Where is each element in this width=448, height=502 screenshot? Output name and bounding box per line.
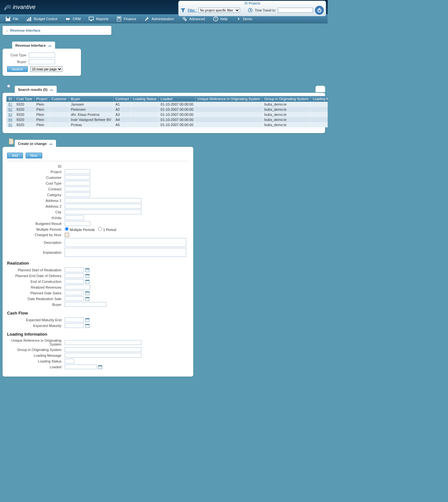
- nav-file[interactable]: File: [2, 15, 22, 23]
- one-period-radio[interactable]: [98, 227, 102, 231]
- table-cell: A5: [113, 122, 131, 127]
- table-cell: [131, 107, 158, 112]
- category-label: Category: [7, 193, 61, 197]
- breadcrumb: ⌂ Revenue Interface: [3, 26, 111, 35]
- project-label: Project: [7, 170, 61, 174]
- brand-logo: invantive: [3, 3, 36, 12]
- message-input[interactable]: [65, 353, 141, 358]
- power-button[interactable]: [315, 6, 324, 15]
- new-button[interactable]: New: [26, 153, 42, 158]
- units-input[interactable]: [65, 215, 84, 220]
- column-header[interactable]: Contract: [113, 96, 131, 102]
- city-input[interactable]: [65, 210, 141, 214]
- table-row[interactable]: 859320PleinProkasA501-10-2007 00:00:00bu…: [6, 122, 328, 127]
- svg-rect-24: [85, 274, 89, 275]
- calendar-icon[interactable]: [85, 279, 90, 284]
- calendar-icon[interactable]: [85, 323, 90, 328]
- date-realization-sale-label: Date Realization Sale: [7, 297, 61, 301]
- collapse-icon[interactable]: ︽: [49, 141, 53, 146]
- nav-crm[interactable]: CRM: [62, 15, 84, 23]
- column-header[interactable]: Buyer: [69, 96, 113, 102]
- planned-end-input[interactable]: [65, 273, 84, 278]
- expected-maturity-end-input[interactable]: [65, 317, 84, 322]
- table-cell: bubs_demo:ie: [262, 117, 311, 122]
- table-row[interactable]: 839320Pleindhr. Klaas PostmaA301-10-2007…: [6, 112, 328, 117]
- svg-rect-5: [27, 19, 28, 21]
- planned-start-input[interactable]: [65, 267, 84, 272]
- filter-select[interactable]: No project specific filter: [198, 8, 240, 13]
- column-header[interactable]: Project: [34, 96, 49, 102]
- add-button[interactable]: Add: [7, 153, 23, 158]
- results-tab: Search results (5) ︽: [15, 86, 57, 93]
- table-cell: 9320: [14, 117, 34, 122]
- address2-input[interactable]: [65, 204, 141, 209]
- column-header[interactable]: Customer: [49, 96, 69, 102]
- nav-budget-control[interactable]: Budget Control: [23, 15, 60, 23]
- cost-type-input2[interactable]: [65, 181, 90, 186]
- planned-date-sales-input[interactable]: [65, 291, 84, 295]
- calendar-icon[interactable]: [98, 365, 102, 369]
- table-cell: 84: [6, 117, 14, 122]
- column-header[interactable]: Group in Originating System: [262, 96, 311, 102]
- table-cell: bubs_demo:ie: [262, 107, 311, 112]
- loaded-input[interactable]: [65, 364, 97, 369]
- buyer-input[interactable]: [29, 59, 55, 64]
- end-construction-input[interactable]: [65, 279, 84, 284]
- filter-link[interactable]: Filter :: [188, 9, 196, 12]
- buyer-input2[interactable]: [65, 302, 106, 307]
- calendar-icon[interactable]: [85, 318, 90, 322]
- realized-revenues-input[interactable]: [65, 285, 90, 290]
- column-header[interactable]: Unique Reference in Originating System: [196, 96, 262, 102]
- column-header[interactable]: Loading Status: [131, 96, 158, 102]
- table-cell: A4: [113, 117, 131, 122]
- table-cell: Plein: [34, 117, 49, 122]
- nav-finance[interactable]: Finance: [113, 15, 140, 23]
- contract-input[interactable]: [65, 187, 90, 191]
- address2-label: Address 2: [7, 204, 61, 208]
- table-cell: 9320: [14, 122, 34, 127]
- uref-input[interactable]: [65, 340, 141, 345]
- cost-type-input[interactable]: [29, 52, 55, 58]
- budgeted-result-input[interactable]: [65, 221, 90, 226]
- column-header[interactable]: Loading Message: [311, 96, 328, 102]
- calendar-icon[interactable]: [85, 291, 90, 295]
- expected-maturity-input[interactable]: [65, 323, 84, 328]
- table-cell: 9320: [14, 107, 34, 112]
- collapse-icon[interactable]: ︽: [50, 87, 53, 92]
- multiple-periods-radio[interactable]: [65, 227, 69, 231]
- description-textarea[interactable]: [65, 238, 186, 247]
- project-input[interactable]: [65, 169, 90, 174]
- table-row[interactable]: 819320PleinJanssenA101-10-2007 00:00:00b…: [6, 102, 328, 107]
- table-cell: bubs_demo:ie: [262, 122, 311, 127]
- home-icon[interactable]: ⌂: [6, 28, 8, 32]
- charged-by-hour-checkbox[interactable]: [65, 233, 69, 237]
- rows-per-page-select[interactable]: 10 rows per page: [30, 66, 62, 72]
- svg-rect-6: [28, 18, 29, 21]
- collapse-icon[interactable]: ︽: [48, 43, 52, 48]
- column-header[interactable]: Cost Type: [14, 96, 34, 102]
- table-row[interactable]: 829320PleinPietersenA201-10-2007 00:00:0…: [6, 107, 328, 112]
- group-input[interactable]: [65, 347, 141, 352]
- nav-administration[interactable]: Administration: [141, 15, 177, 23]
- svg-rect-28: [85, 291, 89, 292]
- table-cell: [196, 117, 262, 122]
- table-cell: [311, 107, 328, 112]
- table-row[interactable]: 849320PleinInstr Vastgoed Beheer BVA401-…: [6, 117, 328, 122]
- time-travel-input[interactable]: [278, 8, 313, 13]
- address1-input[interactable]: [65, 198, 141, 203]
- calendar-icon[interactable]: [85, 274, 90, 278]
- calendar-icon[interactable]: [85, 268, 90, 272]
- status-input[interactable]: [65, 359, 74, 363]
- table-cell: [131, 117, 158, 122]
- category-input[interactable]: [65, 192, 90, 197]
- customer-input[interactable]: [65, 175, 90, 180]
- results-table: IDCost TypeProjectCustomerBuyerContractL…: [6, 96, 328, 127]
- column-header[interactable]: ID: [6, 96, 14, 102]
- calendar-icon[interactable]: [85, 297, 90, 301]
- column-header[interactable]: Loaded: [158, 96, 195, 102]
- explanation-textarea[interactable]: [65, 248, 186, 257]
- realized-revenues-label: Realized Revenues: [7, 285, 61, 289]
- nav-reports[interactable]: Reports: [85, 15, 112, 23]
- search-button[interactable]: Search: [7, 66, 28, 72]
- date-realization-sale-input[interactable]: [65, 296, 84, 301]
